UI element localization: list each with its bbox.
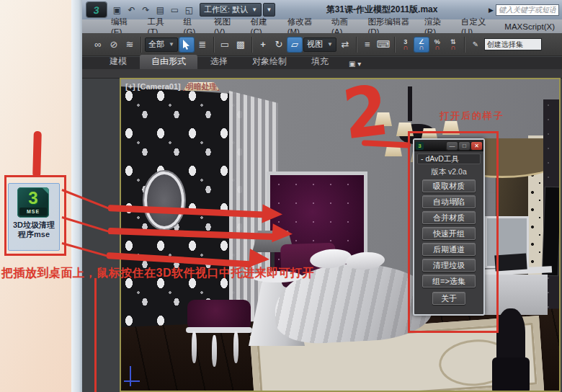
bench-leg bbox=[212, 335, 217, 367]
open-file-icon[interactable]: ◱ bbox=[183, 4, 195, 16]
pick-material-button[interactable]: 吸取材质 bbox=[422, 179, 476, 192]
annotation-step2-number: 2 bbox=[339, 76, 392, 150]
select-link-icon[interactable]: ∞ bbox=[91, 37, 105, 52]
annotation-stray-line bbox=[94, 278, 97, 392]
ribbon-tab-bar: 建模 自由形式 选择 对象绘制 填充 ▣ ▾ bbox=[82, 57, 562, 69]
maximize-icon[interactable]: □ bbox=[459, 142, 470, 150]
spinner-snap-icon[interactable]: ⇅∩ bbox=[446, 37, 460, 52]
annotation-arrow-head bbox=[262, 204, 282, 223]
annotation-arrow-head bbox=[272, 223, 293, 243]
save-icon[interactable]: ▣ bbox=[111, 4, 123, 16]
reference-coordinate-value: 视图 bbox=[307, 39, 323, 50]
close-icon[interactable]: ✕ bbox=[471, 142, 482, 150]
search-area: ▶ bbox=[489, 4, 559, 16]
laptop bbox=[494, 253, 527, 271]
davd-dialog-body: - dAvD工具 版本 v2.0a 吸取材质 自动塌陷 合并材质 快速开组 后期… bbox=[414, 151, 483, 307]
select-manipulate-icon[interactable]: ≡ bbox=[360, 37, 375, 52]
named-selection-set-input[interactable] bbox=[484, 38, 542, 50]
snaps-toggle-icon[interactable]: 3 ∩ bbox=[398, 37, 413, 52]
chandelier-stem bbox=[408, 86, 412, 121]
selection-filter-value: 全部 bbox=[148, 39, 164, 50]
unlink-icon[interactable]: ⊘ bbox=[107, 37, 121, 52]
chair-back bbox=[496, 308, 525, 360]
search-expand-icon[interactable]: ▶ bbox=[489, 6, 494, 14]
davd-dialog-logo-icon: 3 bbox=[416, 142, 424, 150]
bench-leg bbox=[192, 331, 197, 363]
rectangular-region-icon[interactable]: ▭ bbox=[218, 37, 232, 52]
bench-leg bbox=[233, 331, 238, 363]
ribbon-minimize-icon[interactable]: ▣ ▾ bbox=[349, 60, 361, 69]
workspace-dropdown[interactable]: 工作区: 默认 ▼ bbox=[200, 3, 262, 17]
menu-bar: 编辑(E) 工具(T) 组(G) 视图(V) 创建(C) 修改器(M) 动画(A… bbox=[82, 19, 562, 33]
keyboard-override-icon[interactable]: ⌨ bbox=[376, 37, 391, 52]
selection-filter-dropdown[interactable]: 全部 ▼ bbox=[145, 37, 178, 52]
project-folder-icon[interactable]: ▤ bbox=[154, 4, 166, 16]
davd-rollout-header[interactable]: - dAvD工具 bbox=[417, 153, 481, 164]
undo-icon[interactable]: ↶ bbox=[125, 4, 138, 16]
viewport-shading-label[interactable]: [明暗处理] bbox=[183, 82, 220, 91]
about-button[interactable]: 关于 bbox=[432, 292, 465, 305]
axis-gizmo bbox=[130, 366, 131, 386]
main-toolbar: ∞ ⊘ ≋ 全部 ▼ ≣ ▭ ▩ + ↻ ▱ 视图 ▼ ⇄ bbox=[82, 33, 562, 56]
viewport-menu-plus[interactable]: [+] bbox=[125, 82, 135, 91]
auto-collapse-button[interactable]: 自动塌陷 bbox=[422, 195, 476, 208]
menu-maxscript[interactable]: MAXScript(X) bbox=[497, 22, 562, 31]
crossing-selection-icon[interactable]: ▩ bbox=[233, 37, 248, 52]
workspace-label: 工作区: 默认 bbox=[204, 4, 248, 15]
viewport-label[interactable]: [+] [Camera01] [明暗处理] bbox=[125, 81, 220, 92]
annotation-caption: 打开后的样子 bbox=[440, 110, 504, 122]
post-channel-button[interactable]: 后期通道 bbox=[422, 243, 476, 256]
annotation-tip-text: 把插放到桌面上，鼠标按住在3D软件视口中托进来即可打开 bbox=[1, 266, 391, 281]
max-logo-button[interactable]: 3 bbox=[86, 2, 107, 17]
group-to-selection-button[interactable]: 组=>选集 bbox=[422, 275, 476, 288]
window-title: 第31课-作业模型2011版.max bbox=[275, 4, 489, 16]
use-pivot-icon[interactable]: ⇄ bbox=[338, 37, 352, 52]
percent-snap-icon[interactable]: % ∩ bbox=[430, 37, 445, 52]
select-object-icon[interactable] bbox=[179, 37, 194, 52]
bind-spacewarp-icon[interactable]: ≋ bbox=[122, 37, 137, 52]
angle-snap-icon[interactable]: ∠ ∩ bbox=[414, 37, 429, 52]
tab-object-paint[interactable]: 对象绘制 bbox=[241, 55, 298, 69]
tab-modeling[interactable]: 建模 bbox=[98, 55, 138, 69]
oval-mirror bbox=[144, 172, 184, 229]
quick-open-group-button[interactable]: 快速开组 bbox=[422, 227, 476, 240]
merge-material-button[interactable]: 合并材质 bbox=[422, 211, 476, 224]
redo-icon[interactable]: ↷ bbox=[140, 4, 152, 16]
scale-icon[interactable]: ▱ bbox=[287, 37, 302, 52]
tab-freeform[interactable]: 自由形式 bbox=[140, 55, 197, 69]
viewport-camera-label[interactable]: [Camera01] bbox=[138, 82, 181, 91]
workspace-expand-button[interactable]: ▼ bbox=[263, 3, 275, 17]
reference-coordinate-dropdown[interactable]: 视图 ▼ bbox=[303, 37, 336, 52]
move-icon[interactable]: + bbox=[256, 37, 270, 52]
edit-named-selection-icon[interactable]: ✎ bbox=[468, 37, 483, 52]
minimize-icon[interactable]: — bbox=[447, 142, 458, 150]
tv-panel bbox=[543, 187, 561, 276]
annotation-step1-stroke bbox=[32, 131, 42, 177]
clean-garbage-button[interactable]: 清理垃圾 bbox=[422, 259, 476, 272]
annotation-icon-box bbox=[4, 175, 66, 256]
quick-access-toolbar: ▣ ↶ ↷ ▤ ▭ ◱ bbox=[111, 4, 195, 16]
search-input[interactable] bbox=[496, 4, 559, 16]
davd-version-label: 版本 v2.0a bbox=[431, 167, 467, 177]
davd-dialog-titlebar[interactable]: 3 — □ ✕ bbox=[414, 140, 483, 151]
tab-selection[interactable]: 选择 bbox=[199, 55, 239, 69]
new-scene-icon[interactable]: ▭ bbox=[169, 4, 181, 16]
davd-tools-dialog[interactable]: 3 — □ ✕ - dAvD工具 版本 v2.0a 吸取材质 自动塌陷 合并材质… bbox=[413, 138, 485, 316]
bench-cushion bbox=[187, 300, 251, 330]
tab-populate[interactable]: 填充 bbox=[300, 55, 340, 69]
bench-rim bbox=[186, 327, 252, 333]
screen: 3 MSE 3D垃圾清理 程序mse 3 ▣ ↶ ↷ ▤ ▭ ◱ 工作区: 默认… bbox=[0, 0, 562, 392]
chair-seat bbox=[492, 357, 530, 392]
rotate-icon[interactable]: ↻ bbox=[272, 37, 286, 52]
axis-gizmo bbox=[124, 380, 140, 382]
select-by-name-icon[interactable]: ≣ bbox=[195, 37, 210, 52]
